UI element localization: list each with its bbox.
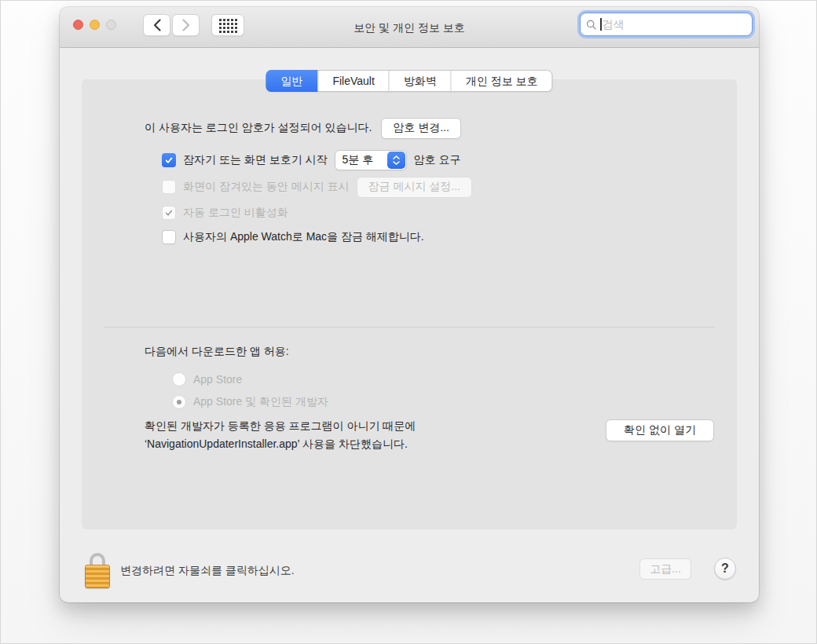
advanced-button: 고급... [639,558,691,580]
blocked-app-message-line2: ‘NavigationUpdaterInstaller.app’ 사용을 차단했… [145,435,416,453]
section-divider [104,327,715,327]
auto-login-row: 자동 로그인 비활성화 [162,203,288,223]
require-password-checkbox[interactable] [162,153,176,167]
search-input[interactable] [602,18,752,31]
general-panel: 이 사용자는 로그인 암호가 설정되어 있습니다. 암호 변경... 잠자기 또… [82,79,737,529]
app-store-option-row: App Store [172,371,242,388]
lock-hint-text: 변경하려면 자물쇠를 클릭하십시오. [120,553,295,588]
help-button[interactable]: ? [714,558,736,580]
stepper-icon [387,152,405,169]
set-lock-message-button: 잠금 메시지 설정... [357,177,472,198]
checkmark-icon [164,208,174,218]
lock-message-row: 화면이 잠겨있는 동안 메시지 표시 잠금 메시지 설정... [162,177,472,197]
search-icon [586,19,597,31]
radio-identified-developers-label: App Store 및 확인된 개발자 [193,395,328,409]
require-password-label: 잠자기 또는 화면 보호기 시작 [183,153,328,167]
change-password-button[interactable]: 암호 변경... [381,118,461,139]
require-password-suffix: 암호 요구 [414,153,461,167]
tab-bar: 일반 FileVault 방화벽 개인 정보 보호 [266,70,552,92]
require-password-row: 잠자기 또는 화면 보호기 시작 5분 후 암호 요구 [162,150,460,170]
lock-message-checkbox [162,180,176,194]
lock-message-label: 화면이 잠겨있는 동안 메시지 표시 [183,180,350,194]
apple-watch-row: 사용자의 Apple Watch로 Mac을 잠금 해제합니다. [162,227,424,247]
delay-dropdown[interactable]: 5분 후 [335,150,407,170]
apple-watch-checkbox[interactable] [162,230,176,244]
auto-login-label: 자동 로그인 비활성화 [183,206,288,220]
blocked-app-message-line1: 확인된 개발자가 등록한 응용 프로그램이 아니기 때문에 [145,417,416,435]
titlebar: 보안 및 개인 정보 보호 [60,7,759,48]
auto-login-checkbox [162,206,176,220]
radio-identified-developers [172,395,186,409]
lock-icon[interactable] [85,553,110,588]
lock-body [85,565,110,588]
search-field[interactable] [580,13,753,36]
radio-app-store [172,372,186,386]
radio-app-store-label: App Store [193,373,242,386]
open-anyway-button[interactable]: 확인 없이 열기 [606,419,714,441]
screen-background: 보안 및 개인 정보 보호 일반 FileVault 방화벽 개인 정보 보호 … [0,0,817,644]
apple-watch-label: 사용자의 Apple Watch로 Mac을 잠금 해제합니다. [183,230,424,244]
security-privacy-window: 보안 및 개인 정보 보호 일반 FileVault 방화벽 개인 정보 보호 … [60,7,759,602]
identified-developers-option-row: App Store 및 확인된 개발자 [172,393,328,411]
downloads-heading: 다음에서 다운로드한 앱 허용: [145,345,289,359]
tab-general[interactable]: 일반 [266,70,317,92]
tab-privacy[interactable]: 개인 정보 보호 [451,71,552,91]
tab-firewall[interactable]: 방화벽 [389,71,451,91]
checkmark-icon [164,156,174,165]
blocked-app-message: 확인된 개발자가 등록한 응용 프로그램이 아니기 때문에 ‘Navigatio… [145,417,416,453]
login-password-row: 이 사용자는 로그인 암호가 설정되어 있습니다. 암호 변경... [145,117,461,139]
login-password-text: 이 사용자는 로그인 암호가 설정되어 있습니다. [145,121,372,135]
tab-filevault[interactable]: FileVault [317,71,388,91]
delay-value: 5분 후 [343,153,374,167]
